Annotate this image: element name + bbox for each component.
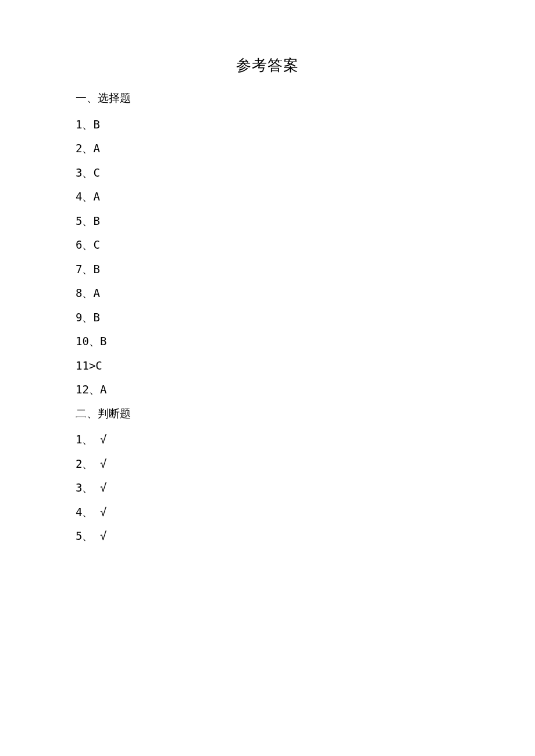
answer-item: 1、B [76, 116, 459, 133]
section-1: 一、选择题 1、B 2、A 3、C 4、A 5、B 6、C 7、B 8、A 9、… [76, 90, 459, 398]
page-title: 参考答案 [76, 55, 459, 76]
answer-item: 9、B [76, 309, 459, 326]
answer-item: 11>C [76, 357, 459, 374]
answer-item: 3、C [76, 164, 459, 181]
answer-item: 3、 √ [76, 479, 459, 496]
answer-item: 5、B [76, 213, 459, 230]
answer-item: 2、A [76, 140, 459, 157]
answer-item: 12、A [76, 381, 459, 398]
answer-item: 10、B [76, 333, 459, 350]
section-2: 二、判断题 1、 √ 2、 √ 3、 √ 4、 √ 5、 √ [76, 406, 459, 544]
answer-item: 2、 √ [76, 456, 459, 472]
answer-item: 1、 √ [76, 431, 459, 448]
answer-item: 7、B [76, 261, 459, 278]
section-1-heading: 一、选择题 [76, 90, 459, 107]
section-2-heading: 二、判断题 [76, 406, 459, 422]
answer-item: 5、 √ [76, 528, 459, 544]
answer-item: 4、A [76, 188, 459, 205]
document-page: 参考答案 一、选择题 1、B 2、A 3、C 4、A 5、B 6、C 7、B 8… [0, 0, 535, 544]
answer-item: 6、C [76, 237, 459, 253]
answer-item: 8、A [76, 285, 459, 302]
answer-item: 4、 √ [76, 504, 459, 521]
